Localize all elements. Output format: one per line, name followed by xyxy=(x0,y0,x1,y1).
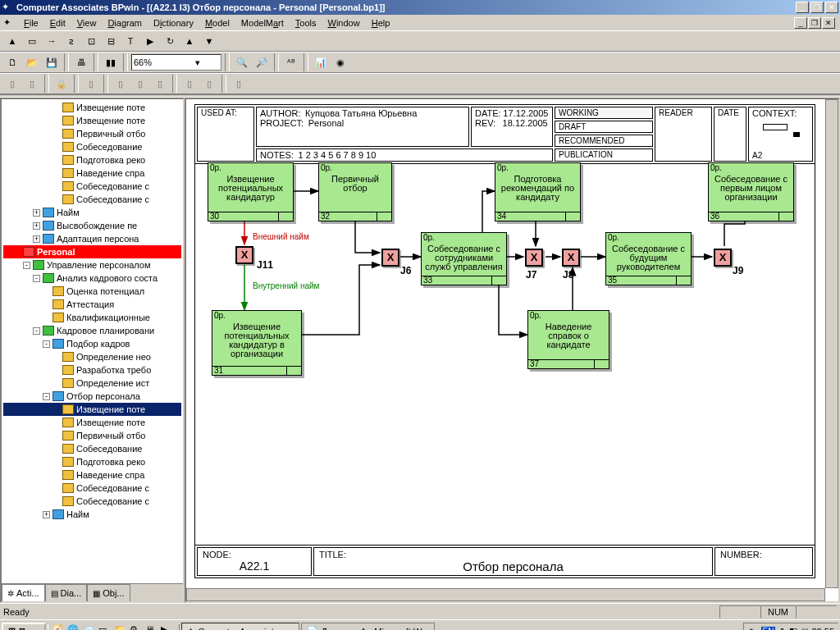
tree-node[interactable]: -Кадровое планировани xyxy=(3,324,181,337)
activity-33[interactable]: 0р. Собеседование с сотрудниками служб у… xyxy=(421,232,507,285)
tray-lang-icon[interactable]: EN xyxy=(761,627,776,630)
junction-j7[interactable]: X xyxy=(525,249,543,267)
menu-window[interactable]: Window xyxy=(322,16,366,30)
tree-expander[interactable]: - xyxy=(23,262,30,269)
menu-dictionary[interactable]: Dictionary xyxy=(148,16,199,30)
ql-icon-7[interactable]: 🖥 xyxy=(145,624,160,631)
ql-icon-6[interactable]: ⚙ xyxy=(130,624,144,631)
menu-edit[interactable]: Edit xyxy=(44,16,71,30)
ql-icon-3[interactable]: 📨 xyxy=(83,624,98,631)
close-button[interactable]: ✕ xyxy=(825,2,838,13)
nav-down-icon[interactable]: ▼ xyxy=(200,32,218,50)
menu-tools[interactable]: Tools xyxy=(290,16,322,30)
tree-expander[interactable]: + xyxy=(33,235,40,243)
tree-node[interactable]: Personal xyxy=(3,245,181,258)
chevron-down-icon[interactable]: ▾ xyxy=(176,57,219,68)
tree-node[interactable]: -Подбор кадров xyxy=(3,337,181,350)
diagram-area[interactable]: 0р. Извещение потенциальных кандидатур 3… xyxy=(195,154,815,546)
tab-objects[interactable]: ▦ Obj... xyxy=(87,584,130,601)
mdi-restore-button[interactable]: ❐ xyxy=(808,17,821,29)
tree-node[interactable]: -Управление персоналом xyxy=(3,258,181,272)
model-explorer-icon[interactable]: ▮▮ xyxy=(102,53,120,71)
tree-node[interactable]: Наведение спра xyxy=(3,167,181,180)
ql-icon-2[interactable]: 🌐 xyxy=(67,624,82,631)
start-button[interactable]: ⊞ Пуск xyxy=(2,623,46,631)
tree-node[interactable]: Оценка потенциал xyxy=(3,285,181,298)
tree-node[interactable]: Разработка требо xyxy=(3,363,181,377)
menu-diagram[interactable]: Diagram xyxy=(102,16,148,30)
junction-j6[interactable]: X xyxy=(381,249,399,267)
tab-activities[interactable]: ✲ Acti... xyxy=(2,584,45,601)
tree-expander[interactable]: - xyxy=(33,275,40,282)
save-icon[interactable]: 💾 xyxy=(43,53,61,71)
tree-node[interactable]: Собеседование с xyxy=(3,193,181,206)
goto-child-icon[interactable]: ↻ xyxy=(161,32,179,50)
activity-30[interactable]: 0р. Извещение потенциальных кандидатур 3… xyxy=(208,162,294,221)
tree-node[interactable]: Наведение спра xyxy=(3,468,181,482)
print-icon[interactable]: 🖶 xyxy=(72,53,90,71)
goto-parent-icon[interactable]: ▶ xyxy=(141,32,159,50)
tree-node[interactable]: Извещение поте xyxy=(3,114,181,127)
tray-7-icon[interactable]: 🖥 xyxy=(800,627,809,631)
scrollbar-horizontal[interactable] xyxy=(186,588,825,601)
zoom-in-icon[interactable]: 🔍 xyxy=(233,53,251,71)
simulation-icon[interactable]: ◉ xyxy=(331,53,349,71)
tree-expander[interactable]: - xyxy=(43,393,50,400)
menu-view[interactable]: View xyxy=(71,16,103,30)
tree-node[interactable]: Подготовка реко xyxy=(3,153,181,167)
taskbar-app-word[interactable]: 📄 Документ1 - Microsoft W... xyxy=(301,623,435,631)
tree-node[interactable]: +Найм xyxy=(3,206,181,219)
tree-expander[interactable]: + xyxy=(43,511,50,518)
menu-help[interactable]: Help xyxy=(366,16,396,30)
menu-modelmart[interactable]: ModelMart xyxy=(235,16,290,30)
taskbar-app-bpwin[interactable]: ✦ Computer Associates ... xyxy=(181,623,299,631)
nav-up-icon[interactable]: ▲ xyxy=(180,32,199,50)
activity-tool-icon[interactable]: ▭ xyxy=(23,32,41,50)
ql-icon-5[interactable]: 📁 xyxy=(114,624,129,631)
menu-model[interactable]: Model xyxy=(199,16,235,30)
tree-node[interactable]: +Адаптация персона xyxy=(3,232,181,245)
activity-31[interactable]: 0р. Извещение потенциальных кандидатур в… xyxy=(212,310,302,376)
junction-j8[interactable]: X xyxy=(562,249,580,267)
report-icon[interactable]: 📊 xyxy=(312,53,330,71)
scrollbar-vertical[interactable] xyxy=(825,99,838,588)
tree-node[interactable]: Определение нео xyxy=(3,350,181,363)
tree-node[interactable]: -Анализ кадрового соста xyxy=(3,272,181,285)
tree-node[interactable]: Аттестация xyxy=(3,298,181,311)
maximize-button[interactable]: ❐ xyxy=(810,2,824,13)
tree-node[interactable]: Определение ист xyxy=(3,377,181,390)
tray-clock[interactable]: 22:55 xyxy=(811,627,834,631)
tray-6-icon[interactable]: ◧ xyxy=(789,626,797,630)
activity-32[interactable]: 0р. Первичный отбор 32 xyxy=(318,162,392,221)
ql-icon-4[interactable]: ▭ xyxy=(98,624,113,631)
tab-diagrams[interactable]: ▤ Dia... xyxy=(45,584,88,601)
activity-36[interactable]: 0р. Собеседование с первым лицом организ… xyxy=(708,162,794,221)
pointer-tool-icon[interactable]: ▲ xyxy=(3,32,21,50)
tree-node[interactable]: Извещение поте xyxy=(3,101,181,114)
arrow-tool-icon[interactable]: → xyxy=(43,32,61,50)
tree-expander[interactable]: - xyxy=(33,327,40,335)
activity-37[interactable]: 0р. Наведение справок о кандидате 37 xyxy=(527,310,609,369)
activity-35[interactable]: 0р. Собеседование с будущим руководителе… xyxy=(605,232,692,285)
mdi-close-button[interactable]: ✕ xyxy=(822,17,835,29)
junction-j9[interactable]: X xyxy=(714,249,732,267)
tree-expander[interactable]: - xyxy=(43,340,50,348)
mdi-minimize-button[interactable]: _ xyxy=(794,17,807,29)
ql-icon-1[interactable]: 🧭 xyxy=(52,624,66,631)
tree-node[interactable]: Извещение поте xyxy=(3,416,181,429)
menu-file[interactable]: File xyxy=(18,16,44,30)
activity-34[interactable]: 0р. Подготовка рекомендаций по кандидату… xyxy=(495,162,581,221)
tree[interactable]: Извещение потеИзвещение потеПервичный от… xyxy=(2,99,183,523)
external-ref-tool-icon[interactable]: ⊡ xyxy=(82,32,100,50)
new-icon[interactable]: 🗋 xyxy=(3,53,21,71)
junction-j11[interactable]: X xyxy=(235,246,253,264)
tree-node[interactable]: +Высвобождение пе xyxy=(3,219,181,232)
spellcheck-icon[interactable]: ᴬᴮ xyxy=(282,53,300,71)
minimize-button[interactable]: _ xyxy=(796,2,809,13)
tree-node[interactable]: Подготовка реко xyxy=(3,455,181,468)
tree-node[interactable]: Собеседование с xyxy=(3,495,181,508)
diagram-canvas[interactable]: USED AT: AUTHOR: Купцова Татьяна Юрьевна… xyxy=(185,98,840,603)
tree-node[interactable]: -Отбор персонала xyxy=(3,390,181,403)
tree-node[interactable]: Собеседование с xyxy=(3,180,181,193)
system-tray[interactable]: 🔈 EN 🖧 ◧ 🖥 22:55 xyxy=(743,623,838,631)
